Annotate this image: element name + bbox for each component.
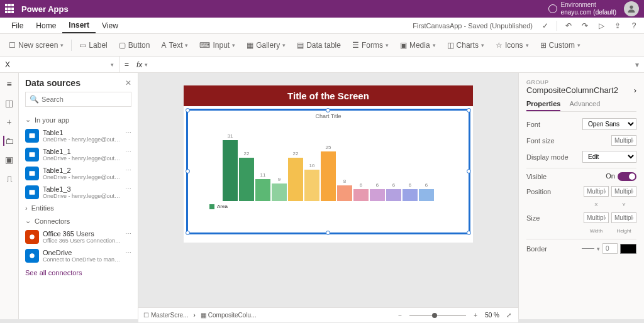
play-icon[interactable]: ▷ bbox=[596, 21, 606, 31]
font-size-input[interactable] bbox=[611, 135, 636, 146]
share-icon[interactable]: ⇪ bbox=[613, 21, 623, 31]
tab-advanced[interactable]: Advanced bbox=[569, 100, 600, 111]
rail-tree-icon[interactable]: ≡ bbox=[4, 79, 14, 89]
rail-data-icon[interactable]: 🗀 bbox=[3, 136, 13, 146]
chevron-right-icon[interactable]: › bbox=[634, 85, 636, 95]
icons-button[interactable]: ☆ Icons ▾ bbox=[492, 38, 533, 52]
app-checker-icon[interactable]: ✓ bbox=[540, 21, 550, 31]
property-selector[interactable]: X▾ bbox=[0, 57, 119, 72]
see-all-connectors-link[interactable]: See all connectors bbox=[25, 269, 131, 276]
section-in-your-app[interactable]: ⌄In your app bbox=[25, 113, 131, 126]
search-input[interactable]: 🔍 bbox=[25, 92, 131, 107]
fx-icon: fx bbox=[134, 60, 145, 69]
close-icon[interactable]: ✕ bbox=[125, 79, 131, 87]
app-status: FirstCanvasApp - Saved (Unpublished) bbox=[413, 22, 536, 30]
environment-picker[interactable]: Environment enayu.com (default) bbox=[548, 1, 616, 16]
width-input[interactable] bbox=[584, 212, 609, 223]
equals-icon: = bbox=[119, 60, 134, 69]
custom-button[interactable]: ⊞ Custom ▾ bbox=[536, 38, 584, 52]
data-source-item[interactable]: Table1_3OneDrive - henry.legge@outlook.c… bbox=[25, 183, 131, 202]
redo-icon[interactable]: ↷ bbox=[580, 21, 590, 31]
font-select[interactable]: Open Sans bbox=[582, 118, 636, 130]
data-source-item[interactable]: Table1_1OneDrive - henry.legge@outlook.c… bbox=[25, 145, 131, 164]
border-color-picker[interactable] bbox=[620, 244, 636, 254]
charts-button[interactable]: ◫ Charts ▾ bbox=[443, 38, 488, 52]
zoom-value: 50 % bbox=[485, 312, 499, 319]
button-button[interactable]: ▢ Button bbox=[115, 38, 154, 52]
formula-input[interactable] bbox=[148, 57, 630, 72]
chart-bar: 8 bbox=[337, 178, 352, 201]
height-input[interactable] bbox=[611, 212, 636, 223]
datatable-button[interactable]: ▤ Data table bbox=[293, 38, 345, 52]
svg-point-0 bbox=[630, 6, 633, 9]
text-button[interactable]: A Text ▾ bbox=[157, 38, 192, 52]
more-icon[interactable]: ⋯ bbox=[125, 230, 131, 237]
connector-icon bbox=[25, 249, 39, 263]
more-icon[interactable]: ⋯ bbox=[125, 185, 131, 192]
more-icon[interactable]: ⋯ bbox=[125, 129, 131, 136]
pos-y-input[interactable] bbox=[611, 186, 636, 197]
rail-database-icon[interactable]: ◫ bbox=[4, 98, 14, 108]
menu-view[interactable]: View bbox=[96, 18, 125, 33]
svg-point-6 bbox=[30, 253, 35, 258]
data-source-item[interactable]: Table1_2OneDrive - henry.legge@outlook.c… bbox=[25, 164, 131, 183]
zoom-in-button[interactable]: + bbox=[471, 312, 480, 319]
app-title: Power Apps bbox=[21, 4, 69, 14]
canvas-screen[interactable]: Title of the Screen Chart Title 31 22 11… bbox=[184, 85, 473, 243]
fit-icon[interactable]: ⤢ bbox=[504, 312, 513, 319]
panel-title: Data sources bbox=[25, 78, 80, 88]
menu-insert[interactable]: Insert bbox=[62, 18, 96, 33]
breadcrumb-screen[interactable]: ☐ MasterScre... bbox=[143, 312, 188, 319]
label-button[interactable]: ▭ Label bbox=[75, 38, 111, 52]
chart-bar: 6 bbox=[419, 182, 434, 201]
zoom-out-button[interactable]: − bbox=[396, 312, 404, 319]
more-icon[interactable]: ⋯ bbox=[125, 167, 131, 173]
svg-rect-1 bbox=[30, 133, 35, 138]
chart-bar: 6 bbox=[402, 182, 418, 201]
border-width-input[interactable] bbox=[602, 243, 618, 254]
rail-variables-icon[interactable]: ⎍ bbox=[4, 173, 14, 183]
chart-bar: 25 bbox=[321, 145, 336, 201]
section-entities[interactable]: ›Entities bbox=[25, 202, 131, 214]
table-icon bbox=[25, 148, 39, 162]
forms-button[interactable]: ☰ Forms ▾ bbox=[348, 38, 392, 52]
help-icon[interactable]: ? bbox=[629, 21, 639, 31]
rail-add-icon[interactable]: + bbox=[4, 117, 14, 127]
connector-icon bbox=[25, 230, 39, 244]
svg-point-5 bbox=[30, 234, 35, 239]
more-icon[interactable]: ⋯ bbox=[125, 148, 131, 155]
person-icon bbox=[626, 4, 636, 14]
breadcrumb-control[interactable]: ▦ CompositeColu... bbox=[201, 312, 257, 319]
rail-media-icon[interactable]: ▣ bbox=[4, 155, 14, 165]
chart-bar: 6 bbox=[353, 182, 369, 201]
search-icon: 🔍 bbox=[30, 95, 39, 104]
app-launcher-icon[interactable] bbox=[5, 4, 15, 14]
chart-title: Chart Title bbox=[191, 113, 466, 119]
new-screen-button[interactable]: ☐ New screen ▾ bbox=[5, 38, 67, 52]
pos-x-input[interactable] bbox=[584, 186, 609, 197]
visible-toggle[interactable] bbox=[618, 172, 636, 181]
media-button[interactable]: ▣ Media ▾ bbox=[396, 38, 440, 52]
menu-home[interactable]: Home bbox=[30, 18, 62, 33]
input-button[interactable]: ⌨ Input ▾ bbox=[196, 38, 239, 52]
section-connectors[interactable]: ⌄Connectors bbox=[25, 214, 131, 227]
chart-selection[interactable]: Chart Title 31 22 11 9 22 16 25 8 6 6 bbox=[186, 109, 470, 234]
menu-file[interactable]: File bbox=[5, 18, 30, 33]
zoom-slider[interactable] bbox=[409, 315, 466, 316]
chart-bar: 11 bbox=[255, 172, 270, 201]
undo-icon[interactable]: ↶ bbox=[564, 21, 574, 31]
more-icon[interactable]: ⋯ bbox=[125, 249, 131, 256]
gallery-button[interactable]: ▦ Gallery ▾ bbox=[243, 38, 289, 52]
display-mode-select[interactable]: Edit bbox=[582, 151, 636, 163]
data-source-item[interactable]: Table1OneDrive - henry.legge@outlook.com… bbox=[25, 126, 131, 145]
connector-item[interactable]: OneDriveConnect to OneDrive to manage yo… bbox=[25, 246, 131, 265]
chart-bar: 6 bbox=[370, 182, 385, 201]
tab-properties[interactable]: Properties bbox=[526, 100, 560, 111]
user-avatar[interactable] bbox=[624, 1, 639, 16]
screen-title-label: Title of the Screen bbox=[184, 85, 473, 106]
connector-item[interactable]: Office 365 UsersOffice 365 Users Connect… bbox=[25, 227, 131, 246]
chart-bar: 22 bbox=[239, 151, 254, 201]
chart-bar: 31 bbox=[223, 133, 238, 201]
formula-expand[interactable]: ▾ bbox=[630, 60, 644, 69]
svg-rect-3 bbox=[30, 171, 35, 176]
